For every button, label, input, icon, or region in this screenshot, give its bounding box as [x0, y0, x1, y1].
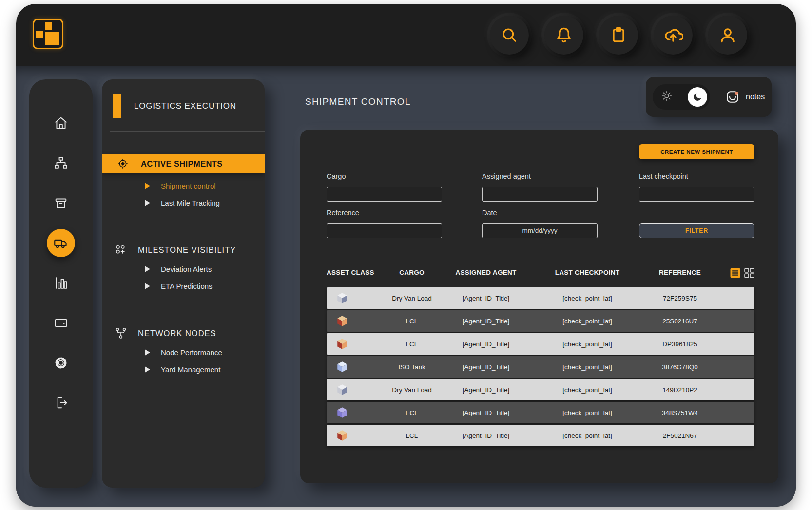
menu-item-shipment-control[interactable]: Shipment control — [102, 182, 265, 190]
search-icon — [500, 25, 519, 45]
logo-square — [45, 22, 52, 30]
table-row[interactable]: LCL [Agent_ID_Title] [check_point_lat] 2… — [327, 425, 754, 446]
triangle-icon — [145, 349, 150, 356]
menu-item-label: Yard Management — [161, 365, 220, 374]
menu-item-label: ETA Predictions — [161, 282, 213, 290]
bell-icon — [554, 25, 574, 45]
menu-item-eta-predictions[interactable]: ETA Predictions — [102, 282, 265, 290]
dark-mode-button[interactable] — [688, 87, 707, 107]
cube-silver-icon — [332, 379, 352, 400]
last-checkpoint-input[interactable] — [639, 187, 754, 202]
reference-cell: DP3961825 — [631, 333, 729, 355]
rail-network-button[interactable] — [52, 154, 70, 172]
app-window: LOGISTICS EXECUTION ACTIVE SHIPMENTS Shi… — [16, 4, 796, 507]
rail-logout-button[interactable] — [52, 394, 70, 412]
table-row[interactable]: LCL [Agent_ID_Title] [check_point_lat] 2… — [327, 310, 754, 332]
filter-button[interactable]: FILTER — [639, 223, 754, 238]
menu-item-node-performance[interactable]: Node Performance — [102, 348, 265, 357]
rail-settings-button[interactable] — [52, 354, 70, 372]
last-checkpoint-cell: [check_point_lat] — [539, 287, 636, 309]
home-icon — [53, 115, 69, 131]
assigned-agent-cell: [Agent_ID_Title] — [437, 379, 535, 400]
section-active-shipments[interactable]: ACTIVE SHIPMENTS — [102, 154, 265, 173]
assigned-agent-cell: [Agent_ID_Title] — [437, 402, 535, 423]
grid-view-button[interactable] — [744, 268, 754, 278]
assigned-agent-cell: [Agent_ID_Title] — [437, 356, 535, 378]
date-input[interactable] — [482, 223, 598, 238]
reference-cell: 72F259S75 — [631, 287, 729, 309]
menu-item-label: Node Performance — [161, 348, 222, 357]
cube-silver-icon — [332, 287, 352, 309]
cargo-label: Cargo — [327, 172, 346, 180]
notes-button[interactable]: notes — [725, 90, 765, 104]
triangle-icon — [145, 366, 150, 373]
user-icon — [718, 25, 737, 45]
section-network-nodes[interactable]: NETWORK NODES — [102, 327, 265, 340]
page-title: SHIPMENT CONTROL — [305, 96, 411, 107]
rail-shipments-button[interactable] — [47, 229, 75, 257]
table-row[interactable]: Dry Van Load [Agent_ID_Title] [check_poi… — [327, 379, 754, 400]
last-checkpoint-cell: [check_point_lat] — [539, 356, 636, 378]
divider — [110, 307, 265, 307]
notifications-button[interactable] — [544, 16, 583, 55]
notes-label: notes — [746, 93, 765, 101]
list-view-button[interactable] — [730, 268, 740, 278]
last-checkpoint-cell: [check_point_lat] — [539, 425, 636, 446]
search-button[interactable] — [490, 16, 529, 55]
sitemap-icon — [53, 155, 69, 171]
view-toggles — [730, 268, 754, 278]
assigned-agent-input[interactable] — [482, 187, 598, 202]
last-checkpoint-cell: [check_point_lat] — [539, 333, 636, 355]
cargo-input[interactable] — [327, 187, 442, 202]
table-row[interactable]: ISO Tank [Agent_ID_Title] [check_point_l… — [327, 356, 754, 378]
section-milestone-visibility[interactable]: MILESTONE VISIBILITY — [102, 244, 265, 256]
assigned-agent-cell: [Agent_ID_Title] — [437, 425, 535, 446]
profile-button[interactable] — [708, 16, 747, 55]
notes-icon — [725, 90, 740, 104]
app-logo[interactable] — [33, 19, 63, 49]
table-row[interactable]: Dry Van Load [Agent_ID_Title] [check_poi… — [327, 287, 754, 309]
menu-item-label: Shipment control — [161, 182, 216, 190]
moon-icon — [691, 91, 704, 103]
logistics-panel: LOGISTICS EXECUTION ACTIVE SHIPMENTS Shi… — [102, 79, 265, 488]
cube-violet-icon — [332, 402, 352, 423]
rail-archive-button[interactable] — [52, 194, 70, 212]
cube-carton-icon — [332, 333, 352, 355]
table-row[interactable]: LCL [Agent_ID_Title] [check_point_lat] D… — [327, 333, 754, 355]
reference-cell: 3876G78Q0 — [631, 356, 729, 378]
logo-square — [36, 31, 43, 38]
gear-icon — [53, 355, 69, 371]
bar-chart-icon — [53, 275, 69, 291]
menu-item-label: Last Mile Tracking — [161, 199, 220, 207]
rail-home-button[interactable] — [52, 114, 70, 132]
table-row[interactable]: FCL [Agent_ID_Title] [check_point_lat] 3… — [327, 402, 754, 423]
menu-item-yard-management[interactable]: Yard Management — [102, 365, 265, 374]
section-label: NETWORK NODES — [138, 329, 216, 338]
assigned-agent-cell: [Agent_ID_Title] — [437, 333, 535, 355]
truck-icon — [53, 235, 69, 251]
cube-carton-icon — [332, 425, 352, 446]
logout-icon — [53, 395, 69, 411]
upload-button[interactable] — [654, 16, 693, 55]
reference-cell: 348S751W4 — [631, 402, 729, 423]
rail-wallet-button[interactable] — [52, 314, 70, 332]
cube-carton-icon — [332, 310, 352, 332]
triangle-icon — [145, 200, 150, 206]
menu-item-last-mile-tracking[interactable]: Last Mile Tracking — [102, 199, 265, 207]
create-new-shipment-button[interactable]: CREATE NEW SHIPMENT — [639, 144, 754, 159]
shipment-control-card: CREATE NEW SHIPMENT Cargo Assigned agent… — [300, 130, 778, 483]
wallet-icon — [53, 315, 69, 331]
reference-input[interactable] — [327, 223, 442, 238]
sun-icon[interactable] — [660, 90, 673, 104]
triangle-icon — [145, 183, 150, 189]
topbar-actions — [490, 16, 747, 55]
table-header: ASSET CLASS CARGO ASSIGNED AGENT LAST CH… — [327, 269, 754, 280]
screen: LOGISTICS EXECUTION ACTIVE SHIPMENTS Shi… — [0, 0, 812, 510]
divider — [717, 86, 717, 108]
menu-item-deviation-alerts[interactable]: Deviation Alerts — [102, 265, 265, 273]
clipboard-button[interactable] — [599, 16, 638, 55]
rail-analytics-button[interactable] — [52, 274, 70, 292]
clipboard-icon — [609, 25, 628, 45]
archive-box-icon — [53, 195, 69, 211]
theme-toggle[interactable] — [653, 84, 710, 110]
